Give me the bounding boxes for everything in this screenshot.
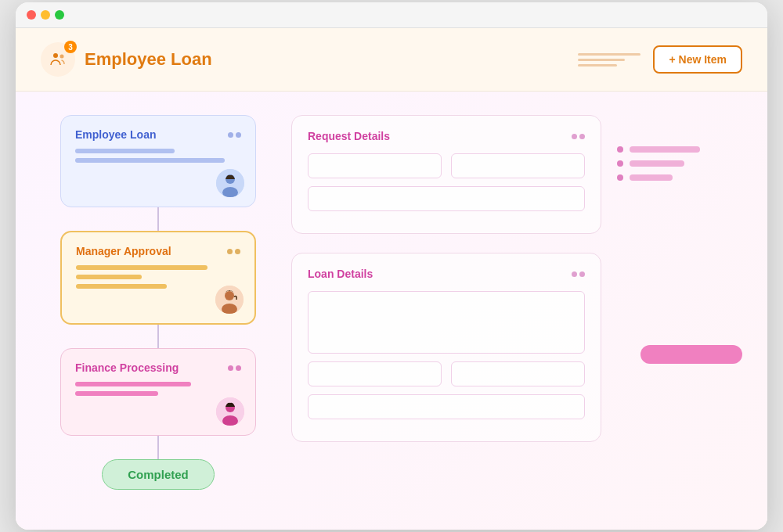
svg-point-1 <box>60 55 64 59</box>
header-left: 3 Employee Loan <box>41 42 212 77</box>
sidebar-row-3 <box>617 174 742 181</box>
step-line-1a <box>75 149 175 153</box>
loan-dot-2 <box>579 271 585 277</box>
avatar-icon-3 <box>216 397 244 426</box>
header-line-2 <box>578 59 625 61</box>
step-header-2: Manager Approval <box>76 245 240 257</box>
step-dot-2a <box>227 249 233 254</box>
step-employee-loan[interactable]: Employee Loan <box>60 115 256 207</box>
step-title-1: Employee Loan <box>75 128 156 141</box>
app-content: 3 Employee Loan + New Item Emp <box>16 28 767 530</box>
step-dot-3a <box>228 365 233 371</box>
request-details-header: Request Details <box>308 130 585 142</box>
sidebar-column <box>617 115 742 506</box>
step-header-1: Employee Loan <box>75 128 241 141</box>
req-dot-2 <box>579 134 585 139</box>
step-line-2c <box>76 284 167 289</box>
loan-details-title: Loan Details <box>308 268 373 280</box>
loan-details-dots <box>572 271 585 277</box>
loan-field-wide[interactable] <box>308 394 585 419</box>
step-finance-processing[interactable]: Finance Processing <box>60 348 256 436</box>
avatar-2 <box>215 286 244 314</box>
badge-count: 3 <box>64 41 77 53</box>
step-line-3b <box>75 391 158 396</box>
sidebar-bar-2 <box>630 160 684 167</box>
sidebar-action-button[interactable] <box>640 345 742 364</box>
avatar-1 <box>216 169 244 197</box>
app-header: 3 Employee Loan + New Item <box>16 28 767 92</box>
step-lines-1 <box>75 149 241 163</box>
loan-field-2[interactable] <box>451 361 585 386</box>
connector-2 <box>157 325 159 348</box>
step-dot-1a <box>228 132 233 138</box>
step-dot-1b <box>236 132 241 138</box>
sidebar-dot-1 <box>617 146 623 153</box>
titlebar <box>16 2 767 28</box>
request-details-section: Request Details <box>291 115 601 234</box>
req-dot-1 <box>572 134 577 139</box>
step-dot-2b <box>235 249 240 254</box>
svg-point-0 <box>53 53 58 58</box>
workflow-column: Employee Loan <box>41 115 276 506</box>
request-field-1[interactable] <box>308 153 442 178</box>
sidebar-row-2 <box>617 160 742 167</box>
request-field-wide[interactable] <box>308 186 585 211</box>
step-header-3: Finance Processing <box>75 361 241 374</box>
request-details-title: Request Details <box>308 130 390 142</box>
new-item-button[interactable]: + New Item <box>653 45 742 74</box>
request-row-1 <box>308 153 585 178</box>
loan-row-1 <box>308 361 585 386</box>
connector-3 <box>157 436 159 459</box>
sidebar-bar-3 <box>630 174 673 181</box>
sidebar-row-1 <box>617 146 742 153</box>
header-decoration <box>578 53 640 66</box>
minimize-dot[interactable] <box>41 10 50 20</box>
connector-1 <box>157 207 159 231</box>
avatar-icon-1 <box>216 169 244 197</box>
avatar-3 <box>216 397 244 426</box>
sidebar-dot-3 <box>617 174 623 181</box>
step-dots-3 <box>228 365 241 371</box>
sidebar-dot-2 <box>617 160 623 167</box>
step-lines-2 <box>76 265 240 289</box>
header-line-1 <box>578 53 640 56</box>
completed-pill: Completed <box>102 459 215 490</box>
step-line-2b <box>76 275 142 279</box>
close-dot[interactable] <box>27 10 36 20</box>
step-line-2a <box>76 265 207 270</box>
loan-details-header: Loan Details <box>308 268 585 280</box>
header-icon-wrap: 3 <box>41 42 75 77</box>
loan-dot-1 <box>572 271 577 277</box>
step-title-3: Finance Processing <box>75 361 179 374</box>
maximize-dot[interactable] <box>55 10 64 20</box>
step-dots-1 <box>228 132 241 138</box>
header-right: + New Item <box>578 45 742 74</box>
step-manager-approval[interactable]: Manager Approval <box>60 231 256 325</box>
request-details-dots <box>572 134 585 139</box>
users-icon <box>49 50 67 69</box>
step-line-3a <box>75 382 191 386</box>
step-dot-3b <box>236 365 241 371</box>
loan-field-1[interactable] <box>308 361 442 386</box>
svg-point-6 <box>225 291 234 300</box>
sidebar-bar-1 <box>630 146 700 153</box>
step-line-1b <box>75 158 225 163</box>
main-body: Employee Loan <box>16 92 767 530</box>
step-title-2: Manager Approval <box>76 245 171 257</box>
header-line-3 <box>578 64 617 66</box>
app-window: 3 Employee Loan + New Item Emp <box>16 2 767 530</box>
request-field-2[interactable] <box>451 153 585 178</box>
loan-textarea[interactable] <box>308 291 585 354</box>
avatar-icon-2 <box>215 286 244 314</box>
loan-details-section: Loan Details <box>291 253 601 442</box>
step-dots-2 <box>227 249 240 254</box>
page-title: Employee Loan <box>85 49 212 70</box>
form-column: Request Details Loan De <box>276 115 617 506</box>
step-lines-3 <box>75 382 241 396</box>
